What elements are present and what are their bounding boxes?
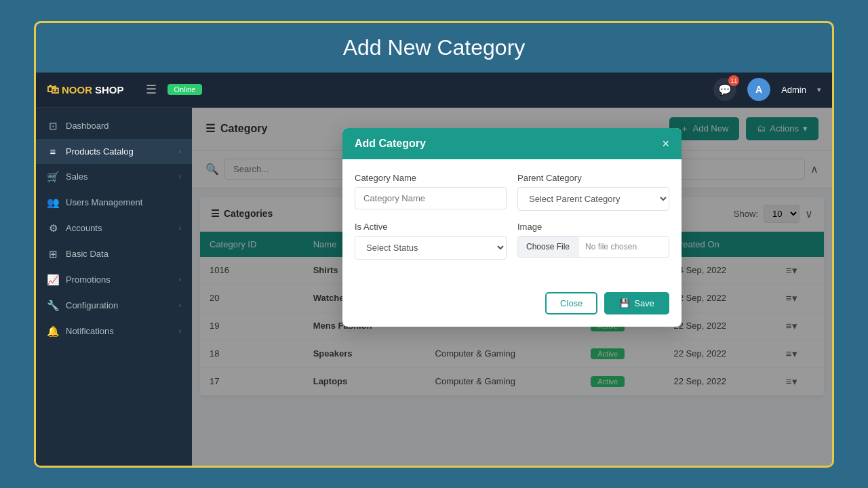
admin-label: Admin — [781, 85, 806, 95]
modal-overlay: Add Category × Category Name Parent Cat — [192, 108, 832, 466]
notifications-chevron-icon: › — [179, 327, 181, 335]
accounts-icon: ⚙ — [47, 222, 59, 235]
sidebar-item-configuration[interactable]: 🔧 Configuration › — [36, 293, 192, 319]
sidebar: ⊡ Dashboard ≡ Products Catalog › 🛒 Sales — [36, 108, 192, 466]
sidebar-label-dashboard: Dashboard — [66, 121, 109, 131]
notif-badge: 11 — [728, 75, 739, 86]
logo: 🛍 NOORSHOP — [47, 83, 124, 97]
parent-category-field: Parent Category Select Parent Category M… — [517, 173, 669, 211]
modal-body: Category Name Parent Category Select Par… — [342, 159, 682, 284]
promotions-icon: 📈 — [47, 274, 59, 286]
modal-footer: Close 💾 Save — [342, 284, 682, 327]
main-content: ☰ Category ＋ Add New 🗂 Actions ▾ — [192, 108, 832, 466]
sidebar-item-basic-data[interactable]: ⊞ Basic Data — [36, 241, 192, 267]
choose-file-button[interactable]: Choose File — [518, 237, 578, 257]
modal-title: Add Category — [355, 138, 426, 150]
accounts-chevron-icon: › — [179, 224, 181, 232]
status-select[interactable]: Select Status Active Inactive — [355, 236, 507, 260]
hamburger-icon[interactable]: ☰ — [146, 82, 157, 97]
products-catalog-icon: ≡ — [47, 146, 59, 157]
page-title: Add New Category — [48, 35, 820, 60]
configuration-chevron-icon: › — [179, 302, 181, 309]
is-active-field: Is Active Select Status Active Inactive — [355, 222, 507, 260]
sidebar-item-products-catalog[interactable]: ≡ Products Catalog › — [36, 139, 192, 164]
dashboard-icon: ⊡ — [47, 120, 59, 132]
modal-close-button[interactable]: × — [662, 138, 669, 150]
avatar: A — [747, 78, 770, 101]
close-modal-button[interactable]: Close — [545, 292, 597, 314]
image-label: Image — [517, 222, 669, 232]
configuration-icon: 🔧 — [47, 300, 59, 312]
sidebar-item-notifications[interactable]: 🔔 Notifications › — [36, 319, 192, 344]
users-management-icon: 👥 — [47, 197, 59, 209]
category-name-label: Category Name — [355, 173, 507, 183]
parent-category-label: Parent Category — [517, 173, 669, 183]
file-input-wrapper: Choose File No file chosen — [517, 236, 669, 258]
page-title-bar: Add New Category — [36, 23, 832, 73]
logo-noor: NOOR — [62, 84, 92, 96]
is-active-label: Is Active — [355, 222, 507, 232]
sales-icon: 🛒 — [47, 171, 59, 183]
parent-category-select[interactable]: Select Parent Category Mens Fashion Comp… — [517, 187, 669, 211]
products-catalog-chevron-icon: › — [179, 148, 181, 155]
sidebar-item-sales[interactable]: 🛒 Sales › — [36, 164, 192, 190]
sidebar-label-promotions: Promotions — [66, 274, 111, 285]
sidebar-item-accounts[interactable]: ⚙ Accounts › — [36, 216, 192, 241]
modal-row-1: Category Name Parent Category Select Par… — [355, 173, 669, 211]
logo-shop: SHOP — [95, 84, 124, 96]
modal-row-2: Is Active Select Status Active Inactive … — [355, 222, 669, 260]
admin-chevron-icon[interactable]: ▾ — [817, 85, 821, 94]
sidebar-item-dashboard[interactable]: ⊡ Dashboard — [36, 113, 192, 139]
logo-icon: 🛍 — [47, 83, 59, 97]
notifications-icon: 🔔 — [47, 325, 59, 338]
sidebar-label-configuration: Configuration — [66, 300, 118, 310]
modal-header: Add Category × — [342, 128, 682, 159]
save-label: Save — [634, 298, 654, 308]
sidebar-item-promotions[interactable]: 📈 Promotions › — [36, 267, 192, 293]
category-name-input[interactable] — [355, 187, 507, 209]
sidebar-label-sales: Sales — [66, 171, 88, 182]
notification-button[interactable]: 💬 11 — [713, 78, 736, 101]
topnav: 🛍 NOORSHOP ☰ Online 💬 11 A Admin ▾ — [36, 73, 832, 108]
save-icon: 💾 — [619, 298, 630, 308]
app-shell: 🛍 NOORSHOP ☰ Online 💬 11 A Admin ▾ — [36, 73, 832, 466]
file-name-text: No file chosen — [578, 237, 644, 257]
app-body: ⊡ Dashboard ≡ Products Catalog › 🛒 Sales — [36, 108, 832, 466]
sidebar-item-users-management[interactable]: 👥 Users Management — [36, 190, 192, 216]
add-category-modal: Add Category × Category Name Parent Cat — [342, 128, 682, 327]
sales-chevron-icon: › — [179, 173, 181, 180]
sidebar-label-products-catalog: Products Catalog — [66, 146, 134, 157]
save-modal-button[interactable]: 💾 Save — [604, 292, 669, 314]
outer-frame: Add New Category 🛍 NOORSHOP ☰ Online 💬 1… — [34, 21, 834, 468]
topnav-right: 💬 11 A Admin ▾ — [713, 78, 821, 101]
sidebar-label-notifications: Notifications — [66, 326, 114, 336]
sidebar-label-basic-data: Basic Data — [66, 249, 108, 259]
online-badge: Online — [167, 84, 203, 95]
image-field: Image Choose File No file chosen — [517, 222, 669, 260]
basic-data-icon: ⊞ — [47, 248, 59, 260]
sidebar-label-users-management: Users Management — [66, 197, 142, 207]
sidebar-label-accounts: Accounts — [66, 223, 102, 233]
promotions-chevron-icon: › — [179, 276, 181, 283]
category-name-field: Category Name — [355, 173, 507, 211]
